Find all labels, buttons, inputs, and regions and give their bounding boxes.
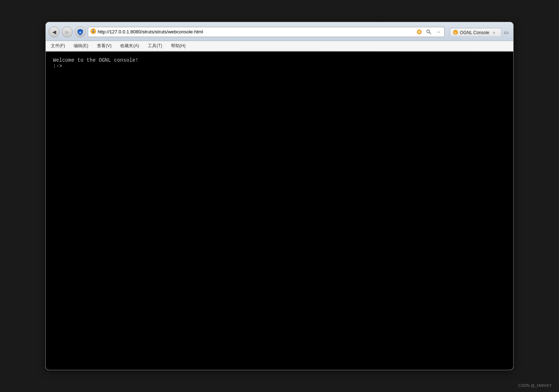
shield-icon: e xyxy=(77,28,84,36)
browser-window: ◀ ▶ e xyxy=(45,22,514,370)
forward-icon: ▶ xyxy=(65,29,69,35)
title-bar: ◀ ▶ e xyxy=(46,22,513,41)
tab-container: e OGNL Console × ▭ xyxy=(450,28,510,36)
console-welcome-text: Welcome to the OGNL console! xyxy=(53,57,506,63)
menu-help[interactable]: 帮助(H) xyxy=(169,42,188,50)
go-button[interactable]: → xyxy=(434,28,442,36)
watermark: CSDN @_HWHXY xyxy=(518,383,552,388)
globe-icon xyxy=(416,29,422,35)
security-button[interactable]: e xyxy=(75,26,86,37)
search-button[interactable] xyxy=(425,28,433,36)
back-button[interactable]: ◀ xyxy=(49,26,60,37)
menu-edit[interactable]: 编辑(E) xyxy=(72,42,90,50)
svg-point-3 xyxy=(427,30,430,33)
search-icon xyxy=(426,29,431,34)
tab-title: OGNL Console xyxy=(460,30,489,35)
menu-view[interactable]: 查看(V) xyxy=(95,42,114,50)
tab-close-button[interactable]: × xyxy=(491,30,497,36)
svg-line-4 xyxy=(429,32,431,34)
console-area[interactable]: Welcome to the OGNL console! :-> xyxy=(46,52,513,370)
console-prompt: :-> xyxy=(53,63,506,69)
forward-button[interactable]: ▶ xyxy=(62,26,73,37)
compatibility-button[interactable] xyxy=(415,28,423,36)
new-tab-button[interactable]: ▭ xyxy=(502,29,510,35)
back-icon: ◀ xyxy=(52,29,56,35)
tab-ognl-console[interactable]: e OGNL Console × xyxy=(450,28,502,36)
menu-bar: 文件(F) 编辑(E) 查看(V) 收藏夹(A) 工具(T) 帮助(H) xyxy=(46,41,513,51)
go-icon: → xyxy=(436,29,441,34)
svg-text:e: e xyxy=(79,30,81,34)
menu-favorites[interactable]: 收藏夹(A) xyxy=(118,42,141,50)
page-icon xyxy=(90,28,96,36)
new-tab-icon: ▭ xyxy=(504,29,509,35)
url-input[interactable] xyxy=(98,29,414,34)
address-actions: → xyxy=(415,28,442,36)
tab-icon: e xyxy=(453,30,458,36)
svg-text:e: e xyxy=(455,31,456,34)
menu-file[interactable]: 文件(F) xyxy=(49,42,67,50)
menu-tools[interactable]: 工具(T) xyxy=(146,42,164,50)
address-bar[interactable]: → xyxy=(88,27,445,37)
